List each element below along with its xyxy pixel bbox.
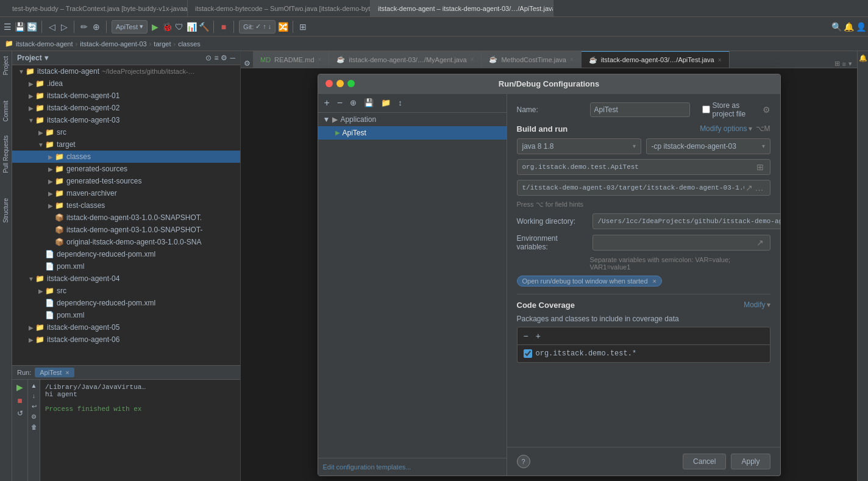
tree-item-agent01[interactable]: ▶ 📁 itstack-demo-agent-01 (12, 90, 240, 102)
folder-config-btn[interactable]: 📁 (379, 97, 393, 109)
tree-item-jar1[interactable]: 📦 itstack-demo-agent-03-1.0.0-SNAPSHOT. (12, 212, 240, 224)
tree-item-agent05[interactable]: ▶ 📁 itstack-demo-agent-05 (12, 321, 240, 333)
run-play-icon[interactable]: ▶ (16, 382, 23, 392)
tree-item-agent04[interactable]: ▼ 📁 itstack-demo-agent-04 (12, 273, 240, 285)
run-scroll-icon[interactable]: ↓ (32, 393, 35, 399)
tabs-settings-icon[interactable]: ⚙ (241, 59, 253, 68)
coverage-icon[interactable]: 🛡 (174, 22, 184, 32)
profiler-icon[interactable]: 📊 (187, 22, 196, 32)
help-btn[interactable]: ? (517, 455, 530, 468)
program-args-field[interactable]: t/itstack-demo-agent-03/target/itstack-d… (517, 180, 770, 196)
methodcost-tab-close[interactable]: × (570, 56, 574, 63)
edit-config-icon[interactable]: ✏ (79, 22, 89, 32)
env-vars-field[interactable]: ↗ (592, 235, 770, 251)
notifications-strip-icon[interactable]: 🔔 (859, 54, 867, 62)
coverage-add-btn[interactable]: + (533, 330, 543, 342)
editor-tab-apitest[interactable]: ☕ itstack-demo-agent-03/…/ApiTest.java × (582, 51, 730, 68)
save-all-icon[interactable]: 💾 (15, 22, 24, 32)
sync-icon[interactable]: 🔄 (27, 22, 37, 32)
run-stop-icon[interactable]: ■ (17, 396, 22, 405)
project-panel-icon[interactable]: Project (2, 56, 9, 75)
structure-icon[interactable]: Structure (2, 198, 9, 223)
name-input[interactable] (590, 102, 690, 117)
pull-requests-icon[interactable]: Pull Requests (2, 135, 9, 173)
tree-item-gen-test-src[interactable]: ▶ 📁 generated-test-sources (12, 175, 240, 187)
tree-item-gen-src[interactable]: ▶ 📁 generated-sources (12, 163, 240, 175)
forward-icon[interactable]: ▷ (59, 22, 69, 32)
store-checkbox[interactable] (702, 105, 710, 113)
breadcrumb-item-3[interactable]: target (154, 40, 171, 48)
apitest-tab-close[interactable]: × (718, 57, 722, 63)
collapse-all-icon[interactable]: ≡ (214, 54, 218, 62)
run-filter-icon[interactable]: ▲ (31, 382, 37, 389)
title-tab-2[interactable]: itstack-demo-bytecode – SumOfTwo.java [i… (188, 0, 371, 16)
tree-item-maven-arch[interactable]: ▶ 📁 maven-archiver (12, 187, 240, 199)
tab-collapse-icon[interactable]: ≡ (842, 60, 846, 68)
back-icon[interactable]: ◁ (47, 22, 57, 32)
breadcrumb-item-1[interactable]: itstack-demo-agent (16, 40, 73, 48)
vcs-icon[interactable]: 🔀 (278, 22, 288, 32)
cancel-button[interactable]: Cancel (683, 454, 726, 469)
tree-item-agent04-pom[interactable]: 📄 pom.xml (12, 309, 240, 321)
tree-item-agent02[interactable]: ▶ 📁 itstack-demo-agent-02 (12, 102, 240, 114)
locate-icon[interactable]: ⊙ (205, 54, 212, 62)
editor-tab-methodcost[interactable]: ☕ MethodCostTime.java × (482, 51, 581, 68)
run-rerun-icon[interactable]: ↺ (17, 409, 23, 418)
tree-item-jar2[interactable]: 📦 itstack-demo-agent-03-1.0.0-SNAPSHOT- (12, 224, 240, 236)
avatar-icon[interactable]: 👤 (856, 22, 866, 32)
copy-icon[interactable]: ⊕ (91, 22, 101, 32)
tree-item-dep-pom[interactable]: 📄 dependency-reduced-pom.xml (12, 248, 240, 260)
main-class-browse-btn[interactable]: ⊞ (755, 162, 765, 172)
tab-expand-icon[interactable]: ⊞ (834, 60, 840, 68)
tree-item-jar3[interactable]: 📦 original-itstack-demo-agent-03-1.0.0-S… (12, 236, 240, 248)
remove-config-btn[interactable]: − (335, 96, 345, 110)
sidebar-dropdown-arrow[interactable]: ▾ (44, 54, 48, 62)
args-expand-btn[interactable]: ↗ (744, 183, 754, 193)
editor-tab-readme[interactable]: MD README.md × (253, 51, 329, 68)
tree-item-pom[interactable]: 📄 pom.xml (12, 260, 240, 273)
win-min-btn[interactable] (336, 80, 344, 87)
debug-icon[interactable]: 🐞 (162, 22, 172, 32)
tree-item-agent03[interactable]: ▼ 📁 itstack-demo-agent-03 (12, 114, 240, 126)
main-class-field[interactable]: org.itstack.demo.test.ApiTest ⊞ (517, 159, 770, 175)
myagent-tab-close[interactable]: × (471, 56, 474, 63)
tree-item-test-classes[interactable]: ▶ 📁 test-classes (12, 199, 240, 212)
title-tab-3[interactable]: itstack-demo-agent – itstack-demo-agent-… (371, 0, 553, 16)
apply-button[interactable]: Apply (731, 454, 770, 469)
tree-item-agent04-src[interactable]: ▶ 📁 src (12, 285, 240, 297)
search-everywhere-icon[interactable]: 🔍 (831, 22, 841, 32)
tree-item-root[interactable]: ▼ 📁 itstack-demo-agent ~/IdeaProjects/gi… (12, 65, 240, 77)
tree-item-agent04-dep-pom[interactable]: 📄 dependency-reduced-pom.xml (12, 297, 240, 309)
run-wrap-icon[interactable]: ↩ (32, 403, 37, 410)
coverage-remove-btn[interactable]: − (521, 330, 531, 342)
stop-icon[interactable]: ■ (219, 22, 229, 32)
commit-panel-icon[interactable]: Commit (2, 101, 9, 121)
tree-item-agent06[interactable]: ▶ 📁 itstack-demo-agent-06 (12, 333, 240, 346)
coverage-checkbox-1[interactable] (524, 349, 532, 358)
config-item-apitest[interactable]: ▶ ApiTest (318, 126, 507, 140)
edit-templates-link[interactable]: Edit configuration templates... (318, 458, 507, 476)
tree-item-idea[interactable]: ▶ 📁 .idea (12, 77, 240, 90)
build-icon[interactable]: 🔨 (199, 22, 208, 32)
breadcrumb-item-2[interactable]: itstack-demo-agent-03 (80, 40, 146, 48)
save-config-btn[interactable]: 💾 (361, 97, 376, 109)
copy-config-btn[interactable]: ⊕ (347, 97, 359, 109)
config-group-arrow[interactable]: ▼ (323, 115, 330, 124)
add-config-btn[interactable]: + (322, 96, 332, 110)
notifications-icon[interactable]: 🔔 (844, 22, 853, 32)
run-clear-icon[interactable]: 🗑 (31, 424, 37, 430)
breadcrumb-item-4[interactable]: classes (178, 40, 201, 48)
run-config-dropdown[interactable]: ApiTest ▾ (112, 20, 148, 34)
modify-options-btn[interactable]: Modify options ▾ ⌥M (700, 124, 770, 133)
run-settings-icon[interactable]: ⚙ (31, 413, 37, 420)
java-select[interactable]: java 8 1.8 ▾ (517, 138, 641, 154)
project-icon[interactable]: ☰ (2, 22, 12, 32)
sort-config-btn[interactable]: ↕ (396, 97, 405, 109)
store-settings-icon[interactable]: ⚙ (763, 105, 770, 115)
readme-tab-close[interactable]: × (318, 56, 322, 63)
run-icon[interactable]: ▶ (150, 22, 160, 32)
win-max-btn[interactable] (347, 80, 355, 87)
settings-icon[interactable]: ⚙ (221, 54, 227, 62)
open-tool-window-btn[interactable]: Open run/debug tool window when started … (517, 276, 663, 287)
tree-item-src[interactable]: ▶ 📁 src (12, 126, 240, 138)
